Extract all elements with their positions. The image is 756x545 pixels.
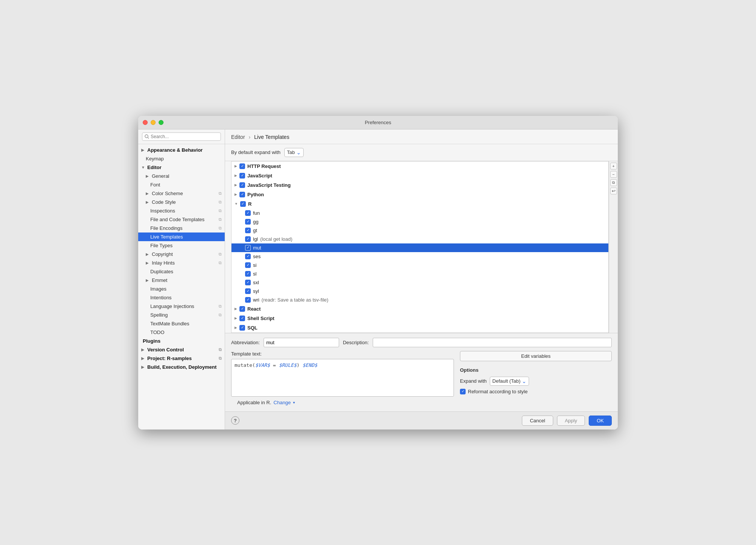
checkbox-shell-script[interactable]: ✓	[239, 316, 245, 321]
template-item-ses[interactable]: ✓ ses	[231, 252, 608, 261]
reformat-checkbox[interactable]: ✓	[460, 389, 466, 394]
sidebar-item-file-types[interactable]: File Types	[138, 241, 225, 250]
abbreviation-input[interactable]	[264, 338, 339, 347]
close-button[interactable]	[143, 120, 148, 125]
group-r[interactable]: ▼ ✓ R	[231, 199, 608, 209]
template-item-wri[interactable]: ✓ wri (readr: Save a table as tsv-file)	[231, 296, 608, 304]
group-sql[interactable]: ▶ ✓ SQL	[231, 323, 608, 333]
sidebar-item-language-injections[interactable]: Language Injections ⧉	[138, 302, 225, 311]
checkbox-fun[interactable]: ✓	[245, 210, 251, 216]
group-shell-script[interactable]: ▶ ✓ Shell Script	[231, 314, 608, 323]
template-item-syl[interactable]: ✓ syl	[231, 287, 608, 296]
apply-button[interactable]: Apply	[557, 416, 585, 426]
add-template-button[interactable]: +	[610, 163, 617, 169]
sidebar-item-textmate-bundles[interactable]: TextMate Bundles	[138, 319, 225, 328]
sidebar-item-file-code-templates[interactable]: File and Code Templates ⧉	[138, 215, 225, 224]
checkbox-syl[interactable]: ✓	[245, 288, 251, 294]
maximize-button[interactable]	[159, 120, 164, 125]
checkbox-sxl[interactable]: ✓	[245, 280, 251, 285]
options-panel: Edit variables Options Expand with Defau…	[460, 351, 612, 394]
sidebar-item-emmet[interactable]: ▶ Emmet	[138, 276, 225, 285]
template-item-lgl[interactable]: ✓ lgl (local get load)	[231, 235, 608, 243]
sidebar-item-code-style[interactable]: ▶ Code Style ⧉	[138, 198, 225, 206]
sidebar-item-keymap[interactable]: Keymap	[138, 154, 225, 163]
checkbox-ses[interactable]: ✓	[245, 254, 251, 259]
checkbox-mut[interactable]: ✓	[245, 245, 251, 251]
sidebar-item-project-r-samples[interactable]: ▶ Project: R-samples ⧉	[138, 354, 225, 363]
group-javascript-testing[interactable]: ▶ ✓ JavaScript Testing	[231, 180, 608, 190]
checkbox-react[interactable]: ✓	[239, 306, 245, 312]
sidebar-item-spelling[interactable]: Spelling ⧉	[138, 311, 225, 319]
checkbox-wri[interactable]: ✓	[245, 297, 251, 303]
template-text-row: Template text: mutate($VAR$ = $RULE$) $E…	[231, 351, 612, 397]
sidebar-item-plugins[interactable]: Plugins	[138, 337, 225, 345]
sidebar-item-images[interactable]: Images	[138, 285, 225, 293]
help-button[interactable]: ?	[231, 416, 239, 425]
abbreviation-row: Abbreviation: Description:	[231, 338, 612, 347]
template-item-si[interactable]: ✓ si	[231, 261, 608, 269]
checkbox-gt[interactable]: ✓	[245, 228, 251, 233]
group-http-request[interactable]: ▶ ✓ HTTP Request	[231, 162, 608, 171]
template-text-area[interactable]: mutate($VAR$ = $RULE$) $END$	[231, 359, 454, 397]
template-item-gt[interactable]: ✓ gt	[231, 226, 608, 235]
sidebar-item-file-encodings[interactable]: File Encodings ⧉	[138, 224, 225, 232]
chevron-right-icon: ▶	[146, 200, 150, 204]
expand-with-option-select[interactable]: Default (Tab) ⌄	[490, 377, 529, 386]
remove-template-button[interactable]: −	[610, 171, 617, 178]
sidebar-item-duplicates[interactable]: Duplicates	[138, 267, 225, 276]
template-item-fun[interactable]: ✓ fun	[231, 209, 608, 217]
sidebar-item-live-templates[interactable]: Live Templates	[138, 232, 225, 241]
template-item-sl[interactable]: ✓ sl	[231, 269, 608, 278]
template-item-sxl[interactable]: ✓ sxl	[231, 278, 608, 287]
copy-icon: ⧉	[219, 208, 222, 213]
sidebar-item-inlay-hints[interactable]: ▶ Inlay Hints ⧉	[138, 259, 225, 267]
undo-template-button[interactable]: ↩	[610, 188, 617, 194]
edit-variables-button[interactable]: Edit variables	[460, 351, 612, 361]
chevron-right-icon: ▶	[235, 307, 237, 311]
checkbox-http-request[interactable]: ✓	[239, 163, 245, 169]
group-react[interactable]: ▶ ✓ React	[231, 304, 608, 314]
checkbox-r[interactable]: ✓	[240, 201, 246, 207]
cancel-button[interactable]: Cancel	[522, 416, 553, 426]
checkbox-python[interactable]: ✓	[239, 192, 245, 197]
checkbox-lgl[interactable]: ✓	[245, 236, 251, 242]
sidebar-item-inspections[interactable]: Inspections ⧉	[138, 206, 225, 215]
sidebar-item-copyright[interactable]: ▶ Copyright ⧉	[138, 250, 225, 259]
checkbox-sl[interactable]: ✓	[245, 271, 251, 277]
copy-template-button[interactable]: ⧉	[610, 179, 617, 186]
sidebar-item-version-control[interactable]: ▶ Version Control ⧉	[138, 345, 225, 354]
sidebar-item-editor[interactable]: ▼ Editor	[138, 163, 225, 172]
checkbox-javascript-testing[interactable]: ✓	[239, 182, 245, 188]
sidebar-item-todo[interactable]: TODO	[138, 328, 225, 337]
chevron-right-icon: ▶	[235, 183, 237, 187]
sidebar-item-build-execution[interactable]: ▶ Build, Execution, Deployment	[138, 363, 225, 371]
checkbox-si[interactable]: ✓	[245, 262, 251, 268]
chevron-down-icon: ▼	[141, 165, 146, 169]
ok-button[interactable]: OK	[589, 416, 612, 426]
group-python[interactable]: ▶ ✓ Python	[231, 190, 608, 199]
template-item-mut[interactable]: ✓ mut	[231, 243, 608, 252]
sidebar-item-color-scheme[interactable]: ▶ Color Scheme ⧉	[138, 189, 225, 198]
group-javascript[interactable]: ▶ ✓ JavaScript	[231, 171, 608, 180]
templates-container: ▶ ✓ HTTP Request ▶ ✓ JavaScript ▶ ✓	[225, 161, 618, 333]
right-panel: Editor › Live Templates By default expan…	[225, 129, 618, 430]
sidebar-item-general[interactable]: ▶ General	[138, 172, 225, 180]
description-input[interactable]	[373, 338, 612, 347]
checkbox-javascript[interactable]: ✓	[239, 173, 245, 179]
minimize-button[interactable]	[151, 120, 156, 125]
abbreviation-label: Abbreviation:	[231, 340, 260, 345]
options-title: Options	[460, 367, 612, 373]
sidebar-item-intentions[interactable]: Intentions	[138, 293, 225, 302]
sidebar-item-font[interactable]: Font	[138, 180, 225, 189]
templates-list[interactable]: ▶ ✓ HTTP Request ▶ ✓ JavaScript ▶ ✓	[231, 161, 609, 333]
change-link[interactable]: Change	[273, 400, 291, 405]
search-input[interactable]	[142, 132, 221, 141]
checkbox-gg[interactable]: ✓	[245, 219, 251, 225]
checkbox-sql[interactable]: ✓	[239, 325, 245, 331]
expand-with-label: By default expand with	[231, 149, 281, 155]
chevron-right-icon: ▶	[146, 278, 150, 282]
sidebar-item-appearance[interactable]: ▶ Appearance & Behavior	[138, 146, 225, 154]
breadcrumb-current: Live Templates	[254, 134, 289, 140]
template-item-gg[interactable]: ✓ gg	[231, 217, 608, 226]
expand-with-select[interactable]: Tab ⌄	[284, 148, 304, 157]
